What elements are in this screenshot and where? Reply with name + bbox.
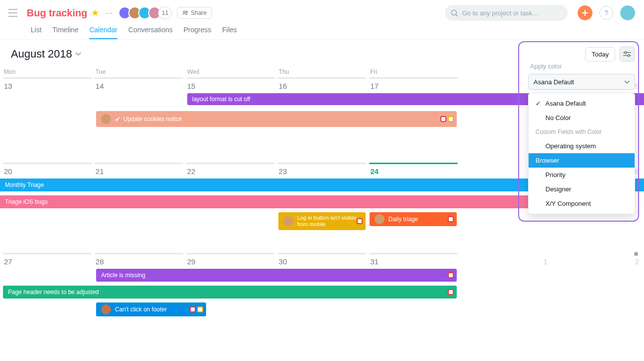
sliders-icon <box>623 51 631 57</box>
tab-files[interactable]: Files <box>222 26 237 39</box>
member-avatars[interactable]: 11 <box>121 6 172 19</box>
search-icon <box>451 9 458 17</box>
date-cell[interactable]: 17 <box>369 82 458 90</box>
dropdown-option[interactable]: Asana Default <box>529 96 635 111</box>
event-pill[interactable]: Can't click on footer <box>96 302 206 316</box>
dropdown-option[interactable]: Operating system <box>529 139 635 153</box>
date-cell[interactable]: 15 <box>186 82 275 90</box>
chevron-down-icon <box>624 80 630 84</box>
tab-timeline[interactable]: Timeline <box>53 26 78 39</box>
help-button[interactable]: ? <box>599 6 613 20</box>
event-title: Article is missing <box>101 272 145 279</box>
share-button[interactable]: Share <box>177 7 212 19</box>
date-cell[interactable]: 29 <box>186 257 275 266</box>
event-title: Log in button isn't visible from mobile <box>297 215 361 227</box>
search-input[interactable]: Go to any project or task… <box>445 5 568 21</box>
assignee-avatar <box>283 216 293 226</box>
event-pill[interactable]: Article is missing <box>96 269 457 282</box>
svg-line-6 <box>456 14 458 16</box>
project-title: Bug tracking <box>27 7 87 19</box>
view-tabs: List Timeline Calendar Conversations Pro… <box>0 21 644 39</box>
menu-button[interactable] <box>7 7 19 19</box>
date-cell[interactable]: 30 <box>278 257 367 266</box>
date-cell-today[interactable]: 24 <box>369 167 458 176</box>
check-icon: ✔ <box>115 116 120 123</box>
date-cell[interactable]: 23 <box>278 167 367 176</box>
month-picker[interactable]: August 2018 <box>11 48 81 60</box>
assignee-avatar <box>101 304 111 314</box>
date-cell[interactable]: 20 <box>3 167 92 176</box>
event-pill[interactable]: Daily triage <box>370 212 457 226</box>
date-cell[interactable]: 16 <box>278 82 367 90</box>
popover-heading: Apply color <box>528 62 635 70</box>
event-title: Triage iOS bugs <box>5 198 48 205</box>
event-title: layout format is cut off <box>192 96 250 103</box>
date-cell[interactable]: 2 <box>552 257 641 266</box>
tab-list[interactable]: List <box>31 26 42 39</box>
color-select[interactable]: Asana Default <box>528 74 635 90</box>
date-cell[interactable]: 13 <box>3 82 92 90</box>
date-cell[interactable]: 31 <box>369 257 458 266</box>
date-cell[interactable]: 22 <box>186 167 275 176</box>
field-badge <box>448 116 454 122</box>
today-button[interactable]: Today <box>585 47 615 61</box>
field-badge <box>448 272 454 278</box>
view-options-button[interactable] <box>619 47 635 61</box>
field-badge <box>440 116 446 122</box>
my-avatar[interactable] <box>620 5 635 20</box>
color-popover: Apply color Asana Default Asana Default … <box>528 62 635 214</box>
dropdown-option[interactable]: Browser <box>529 153 635 168</box>
event-pill[interactable]: ✔ Update cookies notice <box>96 111 457 127</box>
svg-point-4 <box>186 11 188 12</box>
people-icon <box>182 10 188 15</box>
dropdown-option[interactable]: No Color <box>529 111 635 125</box>
field-badge <box>190 306 196 312</box>
event-title: Daily triage <box>388 216 418 223</box>
date-cell[interactable]: 1 <box>461 257 549 266</box>
tab-progress[interactable]: Progress <box>184 26 212 39</box>
tab-conversations[interactable]: Conversations <box>128 26 173 39</box>
share-label: Share <box>191 9 207 16</box>
date-cell[interactable]: 14 <box>95 82 183 90</box>
svg-point-5 <box>451 10 456 15</box>
color-dropdown: Asana Default No Color Custom Fields wit… <box>528 93 635 214</box>
event-pill[interactable]: Page header needs to be adjusted <box>3 286 457 299</box>
plus-icon <box>582 9 589 16</box>
event-pill[interactable]: Triage iOS bugs <box>0 195 598 208</box>
chevron-down-icon <box>75 52 81 56</box>
dropdown-option[interactable]: Designer <box>529 182 635 196</box>
star-icon[interactable]: ★ <box>91 7 99 18</box>
date-cell[interactable]: 27 <box>3 257 92 266</box>
field-badge <box>197 306 203 312</box>
svg-point-3 <box>183 11 185 13</box>
select-value: Asana Default <box>534 78 574 86</box>
assignee-avatar <box>101 114 111 124</box>
svg-point-10 <box>625 52 627 54</box>
tab-calendar[interactable]: Calendar <box>89 26 117 39</box>
project-actions-menu[interactable]: ⋯ <box>105 8 113 18</box>
dropdown-heading: Custom Fields with Color <box>529 125 635 139</box>
field-badge <box>448 289 454 295</box>
field-badge <box>448 216 454 222</box>
event-title: Monthly Triage <box>5 181 44 188</box>
event-title: Page header needs to be adjusted <box>8 289 99 296</box>
date-cell[interactable]: 28 <box>95 257 183 266</box>
event-pill[interactable]: Log in button isn't visible from mobile <box>278 212 366 230</box>
member-count[interactable]: 11 <box>158 6 172 19</box>
calendar-week: 27 28 29 30 31 1 2 Article is missing Pa… <box>0 253 644 328</box>
dropdown-option[interactable]: Priority <box>529 168 635 182</box>
month-label: August 2018 <box>11 48 72 60</box>
dropdown-option[interactable]: X/Y Component <box>529 196 635 211</box>
svg-point-12 <box>628 55 630 57</box>
event-title: Update cookies notice <box>123 116 182 122</box>
search-placeholder: Go to any project or task… <box>462 9 539 17</box>
add-button[interactable] <box>578 5 592 20</box>
assignee-avatar <box>375 214 384 224</box>
field-badge <box>357 218 363 224</box>
event-title: Can't click on footer <box>115 306 167 313</box>
date-cell[interactable]: 21 <box>95 167 183 176</box>
